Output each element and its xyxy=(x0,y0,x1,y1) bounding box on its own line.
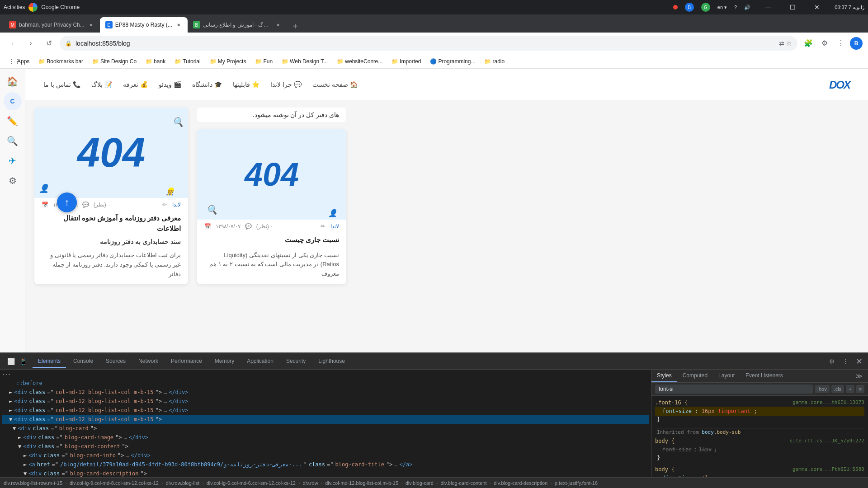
tab-elements[interactable]: Elements xyxy=(33,355,66,368)
card1-author[interactable]: لاندا xyxy=(172,202,181,208)
devtools-more-button[interactable]: ⋮ xyxy=(840,357,850,366)
tab-lighthouse[interactable]: Lighthouse xyxy=(313,355,350,368)
device-toolbar-button[interactable]: 📱 xyxy=(18,357,29,366)
bookmark-my-projects[interactable]: 📁 My Projects xyxy=(206,57,250,66)
chrome-active-icon[interactable]: C xyxy=(4,92,22,110)
new-tab-button[interactable]: + xyxy=(289,20,302,33)
styles-tab-layout[interactable]: Layout xyxy=(713,370,740,382)
volume-icon[interactable]: 🔊 xyxy=(744,5,750,10)
second-avatar-icon[interactable]: G xyxy=(701,3,710,12)
source-font16[interactable]: gamma.core...th6IU:13073 xyxy=(793,399,864,406)
tab-network[interactable]: Network xyxy=(133,355,164,368)
bookmark-bookmarks-bar[interactable]: 📁 Bookmarks bar xyxy=(35,57,87,66)
caret-bc[interactable]: ▼ xyxy=(13,424,16,432)
caret-ci[interactable]: ► xyxy=(18,433,21,441)
path-item-8[interactable]: div.blog-card-content xyxy=(441,480,487,486)
tab-1[interactable]: M bahman, your Privacy Ch... ✕ xyxy=(4,17,100,33)
dom-line-blog-card[interactable]: ▼ <div class="blog-card"> xyxy=(2,424,649,433)
blog-card-2[interactable]: 404 🔍 👤 لاندا ✏ ۰ (نظر) � xyxy=(197,129,346,284)
tab-1-close[interactable]: ✕ xyxy=(87,21,94,28)
tab-security[interactable]: Security xyxy=(281,355,311,368)
user-avatar-icon[interactable]: B xyxy=(685,3,694,12)
bookmark-fun[interactable]: 📁 Fun xyxy=(251,57,276,66)
bookmark-apps[interactable]: ⋮⋮ Apps xyxy=(5,57,33,66)
new-rule-button[interactable]: ≡ xyxy=(856,385,864,393)
caret-2[interactable]: ► xyxy=(9,397,12,405)
add-style-button[interactable]: + xyxy=(846,385,854,393)
caret-sel[interactable]: ▼ xyxy=(9,415,12,423)
path-item-5[interactable]: div.row xyxy=(303,480,318,486)
nav-home[interactable]: 🏠 صفحه نخست xyxy=(312,81,358,88)
caret-cinfo[interactable]: ► xyxy=(24,451,27,460)
path-item-7[interactable]: div.blog-card xyxy=(406,480,434,486)
dom-line-2[interactable]: ► <div class="col-md-12 blog-list-col m-… xyxy=(2,397,649,406)
tab-sources[interactable]: Sources xyxy=(100,355,131,368)
path-item-3[interactable]: div.row.blog-list xyxy=(166,480,199,486)
nav-why-landa[interactable]: 💬 چرا لاندا xyxy=(270,81,302,88)
styles-tab-computed[interactable]: Computed xyxy=(677,370,713,382)
bookmark-radio[interactable]: 📁 radio xyxy=(481,57,508,66)
chrome-edit-icon[interactable]: ✏️ xyxy=(4,112,22,130)
tab-application[interactable]: Application xyxy=(241,355,279,368)
dom-line-desc[interactable]: ▼ <div class="blog-card-description"> xyxy=(2,469,649,477)
maximize-button[interactable]: ☐ xyxy=(782,0,803,14)
styles-more-button[interactable]: ≫ xyxy=(854,371,864,380)
nav-contact[interactable]: 📞 تماس با ما xyxy=(43,81,80,88)
chrome-telegram-icon[interactable]: ✈ xyxy=(4,152,22,170)
styles-tab-event-listeners[interactable]: Event Listeners xyxy=(740,370,788,382)
path-item-10[interactable]: p.text-justify.font-16 xyxy=(555,480,598,486)
caret-a[interactable]: ► xyxy=(24,460,27,469)
nav-blog[interactable]: 📝 بلاگ xyxy=(91,81,112,88)
close-button[interactable]: ✕ xyxy=(807,0,827,14)
styles-tab-styles[interactable]: Styles xyxy=(651,370,677,382)
bookmark-web-design[interactable]: 📁 Web Design T... xyxy=(278,57,331,66)
caret-cc[interactable]: ▼ xyxy=(18,442,21,450)
card2-title[interactable]: نسبت جاری چیست xyxy=(197,233,346,249)
chrome-gear-icon[interactable]: ⚙ xyxy=(4,172,22,190)
path-item-6[interactable]: div.col-md-12.blog-list-col.m-b-15 xyxy=(325,480,398,486)
caret-1[interactable]: ► xyxy=(9,388,12,396)
card1-title[interactable]: معرفی دفتر روزنامه و آموزش نحوه انتقال ا… xyxy=(34,211,188,237)
reload-button[interactable]: ↺ xyxy=(42,36,56,51)
help-icon[interactable]: ? xyxy=(734,5,737,10)
bookmark-tutorial[interactable]: 📁 Tutorial xyxy=(171,57,204,66)
inspect-element-button[interactable]: ⬜ xyxy=(5,357,17,366)
chrome-unknown-icon[interactable]: 🔍 xyxy=(4,132,22,150)
tab-performance[interactable]: Performance xyxy=(165,355,208,368)
bookmark-imported[interactable]: 📁 Imported xyxy=(388,57,425,66)
fab-up-button[interactable]: ↑ xyxy=(57,192,77,212)
profile-avatar[interactable]: B xyxy=(850,37,863,50)
dom-line-card-img[interactable]: ► <div class="blog-card-image"> … </div> xyxy=(2,433,649,442)
caret-d[interactable]: ▼ xyxy=(24,469,27,477)
path-item-4[interactable]: div.col-lg-6.col-md-6.col-sm-12.col-xs-1… xyxy=(207,480,296,486)
styles-filter-input[interactable]: font-si xyxy=(655,385,813,394)
extensions-icon[interactable]: 🧩 xyxy=(801,36,816,51)
bookmark-website-conte[interactable]: 📁 websiteConte... xyxy=(333,57,386,66)
tab-3[interactable]: B بلاگ - آموزش و اطلاع رسانی... ✕ xyxy=(188,17,287,33)
tab-memory[interactable]: Memory xyxy=(209,355,240,368)
path-item-2[interactable]: div.col-lg-9.col-md-8.col-sm-12.col-xs-1… xyxy=(70,480,159,486)
settings-icon[interactable]: ⚙ xyxy=(817,36,832,51)
dom-line-card-content[interactable]: ▼ <div class="blog-card-content"> xyxy=(2,442,649,451)
tab-3-close[interactable]: ✕ xyxy=(274,21,282,28)
dom-line-card-info[interactable]: ► <div class="blog-card-info"> … </div> xyxy=(2,451,649,460)
address-bar[interactable]: 🔒 localhost:8585/blog ⇄ ☆ xyxy=(60,36,797,51)
tab-2[interactable]: E EP88 Masty o Rasty (... ✕ xyxy=(100,17,188,33)
devtools-settings-button[interactable]: ⚙ xyxy=(827,357,837,366)
path-item-9[interactable]: div.blog-card-description xyxy=(494,480,547,486)
bookmark-site-design[interactable]: 📁 Site Design Co xyxy=(89,57,140,66)
bookmark-star-icon[interactable]: ☆ xyxy=(786,40,792,47)
more-icon[interactable]: ⋮ xyxy=(834,36,848,51)
devtools-close-button[interactable]: ✕ xyxy=(854,356,864,367)
caret-3[interactable]: ► xyxy=(9,406,12,414)
blog-card-1[interactable]: 404 👤 🔍 👷 لاندا ✏ ۰ (نظر) 💬 ۱۳۹۸/۰۲/۰۸ xyxy=(34,108,188,284)
nav-price[interactable]: 💰 تعرفه xyxy=(123,81,148,88)
source-body-sub[interactable]: site.rtl.cs...JK_5Zy9:272 xyxy=(789,438,864,444)
nav-features[interactable]: ⭐ قابلیتها xyxy=(233,81,259,88)
activities-button[interactable]: Activities xyxy=(4,4,25,10)
dom-line-selected[interactable]: ▼ <div class="col-md-12 blog-list-col m-… xyxy=(2,415,649,424)
card2-author[interactable]: لاندا xyxy=(330,223,339,230)
forward-button[interactable]: › xyxy=(24,36,38,51)
bookmark-bank[interactable]: 📁 bank xyxy=(142,57,169,66)
tab-2-close[interactable]: ✕ xyxy=(175,21,182,28)
